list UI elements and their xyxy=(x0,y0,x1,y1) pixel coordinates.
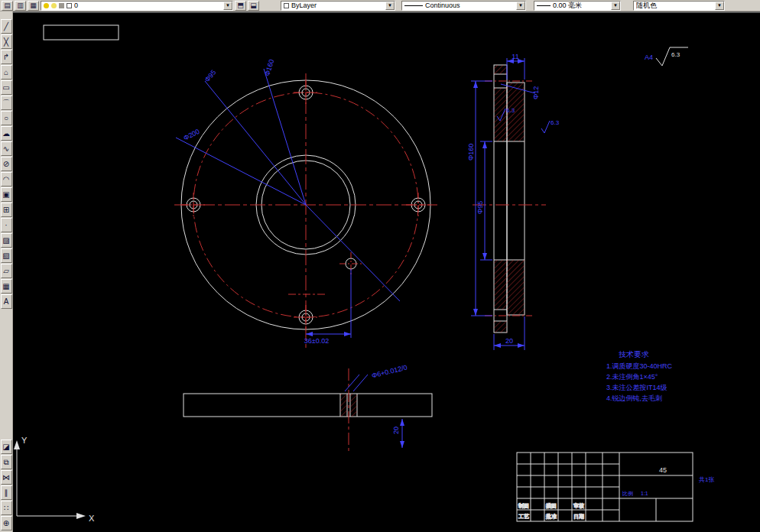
notes-title: 技术要求 xyxy=(619,350,649,358)
radial-dimension-lines xyxy=(176,69,400,338)
sheet-corner-rect xyxy=(44,25,119,40)
technical-notes: 技术要求 1.调质硬度30-40HRC 2.未注倒角1×45° 3.未注公差按I… xyxy=(606,350,673,402)
bylayer-color-icon xyxy=(284,3,289,8)
title-cell-r2c3: 日期 xyxy=(573,514,584,520)
ellipse-button[interactable]: ⊘ xyxy=(1,157,12,171)
layer-on-icon xyxy=(44,3,49,8)
layer-combo-dropdown-icon[interactable]: ▼ xyxy=(223,2,232,10)
dim-20-bottom: 20 xyxy=(392,427,400,434)
title-cell-r1c2: 描图 xyxy=(546,503,557,509)
title-block: 制图 描图 审核 工艺 批准 日期 45 比例 1:1 共1张 xyxy=(517,453,714,521)
ellipse-arc-button[interactable]: ◠ xyxy=(1,172,12,187)
linetype-sample-icon xyxy=(404,5,423,6)
polyline-button[interactable]: ↱ xyxy=(1,50,12,64)
dim-phi95-section: Φ95 xyxy=(476,201,484,214)
rectangle-button[interactable]: ▭ xyxy=(1,80,12,95)
layer-previous-button[interactable]: ⬓ xyxy=(248,1,259,11)
plotstyle-combo-dropdown-icon[interactable]: ▼ xyxy=(715,2,724,10)
hole-hatch-left xyxy=(340,394,347,417)
cad-window: ▤ ▥ ▦ 0 ▼ ⬒ ⬓ ByLayer ▼ Continuous ▼ 0.0… xyxy=(0,0,760,532)
point-button[interactable]: · xyxy=(1,218,12,232)
drawing-svg[interactable]: Φ95 Φ160 Φ200 36±0.02 xyxy=(13,11,760,532)
dim-36: 36±0.02 xyxy=(304,337,329,345)
roughness-value-1: 6.3 xyxy=(506,107,515,114)
linetype-combo-dropdown-icon[interactable]: ▼ xyxy=(516,2,525,10)
lineweight-combo[interactable]: 0.00 毫米 ▼ xyxy=(534,1,621,11)
ucs-y-label: Y xyxy=(21,436,28,445)
insert-block-button[interactable]: ▣ xyxy=(1,187,12,202)
object-properties-toolbar: ▤ ▥ ▦ 0 ▼ ⬒ ⬓ ByLayer ▼ Continuous ▼ 0.0… xyxy=(0,0,760,11)
sheet-roughness-note: A4 6.3 xyxy=(645,47,688,66)
multiline-text-button[interactable]: A xyxy=(1,294,12,309)
roughness-default-value: 6.3 xyxy=(671,51,680,58)
color-value: ByLayer xyxy=(291,2,383,9)
color-combo[interactable]: ByLayer ▼ xyxy=(281,1,395,11)
model-space-canvas[interactable]: Φ95 Φ160 Φ200 36±0.02 xyxy=(13,11,760,532)
layer-states-button[interactable]: ▥ xyxy=(15,1,26,11)
revision-cloud-button[interactable]: ☁ xyxy=(1,126,12,141)
material-value: 45 xyxy=(659,466,667,474)
dim-11: 11 xyxy=(512,53,518,60)
hole-hatch-right xyxy=(350,394,357,417)
offset-button[interactable]: ∥ xyxy=(1,485,12,500)
bottom-view: Φ6+0.012/0 20 xyxy=(184,363,432,453)
dim-phi160-section: Φ160 xyxy=(467,144,475,161)
copy-button[interactable]: ⧉ xyxy=(1,455,12,469)
spline-button[interactable]: ∿ xyxy=(1,141,12,156)
dim-20-section: 20 xyxy=(505,337,513,345)
scale-value: 1:1 xyxy=(641,491,648,496)
title-cell-r2c1: 工艺 xyxy=(518,514,529,519)
array-button[interactable]: ∷ xyxy=(1,501,12,515)
title-block-grid xyxy=(517,453,693,521)
arc-button[interactable]: ⌒ xyxy=(1,96,12,110)
circle-button[interactable]: ○ xyxy=(1,111,12,125)
plotstyle-value: 随机色 xyxy=(636,1,713,11)
scale-label: 比例 xyxy=(622,491,633,497)
plotstyle-combo[interactable]: 随机色 ▼ xyxy=(633,1,725,11)
color-combo-dropdown-icon[interactable]: ▼ xyxy=(385,2,395,10)
dim-phi12: Φ12 xyxy=(532,86,540,99)
layer-combo[interactable]: 0 ▼ xyxy=(41,1,233,11)
mirror-button[interactable]: ⋈ xyxy=(1,470,12,485)
sheet-count: 共1张 xyxy=(699,476,714,483)
gradient-button[interactable]: ▧ xyxy=(1,248,12,263)
line-button[interactable]: ╱ xyxy=(1,19,12,34)
dim-phi95: Φ95 xyxy=(203,69,218,84)
erase-button[interactable]: ◪ xyxy=(1,440,12,454)
layer-thaw-icon xyxy=(51,3,57,8)
ucs-x-label: X xyxy=(89,514,95,523)
current-layer-value: 0 xyxy=(74,2,221,9)
dim-phi6: Φ6+0.012/0 xyxy=(371,363,408,379)
layer-isolate-button[interactable]: ▦ xyxy=(28,1,39,11)
roughness-symbol-2 xyxy=(541,121,550,133)
title-cell-r2c2: 批准 xyxy=(546,514,557,520)
note-line-4: 4.锐边倒钝,去毛刺 xyxy=(606,394,662,402)
make-object-layer-current-button[interactable]: ⬒ xyxy=(235,1,246,11)
section-hatch xyxy=(494,65,525,332)
linetype-combo[interactable]: Continuous ▼ xyxy=(401,1,526,11)
make-block-button[interactable]: ⊞ xyxy=(1,203,12,217)
polygon-button[interactable]: ⌂ xyxy=(1,65,12,79)
move-button[interactable]: ⊕ xyxy=(1,516,12,530)
region-button[interactable]: ▱ xyxy=(1,264,12,278)
draw-toolbar: ╱ ╳ ↱ ⌂ ▭ ⌒ ○ ☁ ∿ ⊘ ◠ ▣ ⊞ · ▨ ▧ ▱ ▦ A ◪ … xyxy=(0,11,13,532)
title-cell-r1c1: 制图 xyxy=(518,503,529,509)
layer-color-icon xyxy=(67,3,72,8)
linetype-value: Continuous xyxy=(425,2,514,9)
sheet-size-label: A4 xyxy=(645,54,653,61)
layer-lock-icon xyxy=(59,3,64,8)
lineweight-combo-dropdown-icon[interactable]: ▼ xyxy=(611,2,620,10)
hatch-button[interactable]: ▨ xyxy=(1,233,12,248)
dim-phi160: Φ160 xyxy=(263,58,275,76)
note-line-2: 2.未注倒角1×45° xyxy=(606,373,658,381)
note-line-3: 3.未注公差按IT14级 xyxy=(606,384,667,391)
dim-phi200: Φ200 xyxy=(182,128,200,142)
lineweight-sample-icon xyxy=(537,5,551,6)
section-view: 11 Φ12 Φ160 Φ95 20 6.3 6.3 xyxy=(467,53,560,350)
note-line-1: 1.调质硬度30-40HRC xyxy=(606,362,673,370)
roughness-value-2: 6.3 xyxy=(551,119,560,126)
table-button[interactable]: ▦ xyxy=(1,279,12,294)
construction-line-button[interactable]: ╳ xyxy=(1,34,12,49)
layer-properties-manager-button[interactable]: ▤ xyxy=(2,1,13,11)
bar-outline xyxy=(184,394,432,417)
